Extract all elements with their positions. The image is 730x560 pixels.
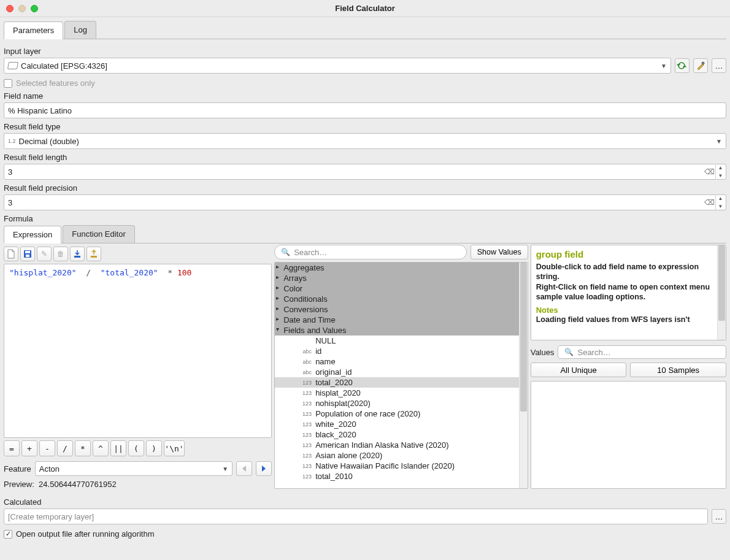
field-length-down[interactable]: ▼ bbox=[716, 172, 725, 180]
operator-toolbar: =+-/*^||()'\n' bbox=[4, 438, 272, 459]
tree-group[interactable]: Conditionals bbox=[275, 294, 519, 304]
advanced-options-button[interactable] bbox=[693, 58, 708, 73]
operator-button[interactable]: ) bbox=[146, 440, 162, 456]
field-type-tag: abc bbox=[299, 359, 312, 365]
field-name-text: original_id bbox=[315, 367, 352, 377]
tree-field-item[interactable]: 123Asian alone (2020) bbox=[275, 450, 519, 461]
field-type-combo[interactable]: 1.2 Decimal (double) ▼ bbox=[4, 133, 726, 149]
field-precision-down[interactable]: ▼ bbox=[716, 202, 725, 210]
help-scrollbar[interactable] bbox=[717, 245, 726, 340]
maximize-window-button[interactable] bbox=[31, 5, 38, 12]
close-window-button[interactable] bbox=[6, 5, 13, 12]
tree-group[interactable]: Arrays bbox=[275, 273, 519, 283]
tree-group[interactable]: Fields and Values bbox=[275, 325, 519, 336]
output-placeholder: [Create temporary layer] bbox=[8, 512, 94, 521]
delete-expression-button[interactable]: 🗑 bbox=[53, 247, 68, 261]
function-search-input[interactable]: 🔍 Search… bbox=[274, 245, 467, 259]
tab-function-editor[interactable]: Function Editor bbox=[63, 225, 134, 243]
values-list[interactable] bbox=[531, 381, 726, 489]
field-type-tag: 123 bbox=[299, 390, 312, 396]
tree-field-item[interactable]: 123hisplat_2020 bbox=[275, 388, 519, 398]
export-expression-button[interactable] bbox=[86, 247, 101, 261]
expression-editor[interactable]: "hisplat_2020" / "total_2020" * 100 bbox=[4, 264, 272, 438]
tree-field-item[interactable]: abcoriginal_id bbox=[275, 367, 519, 377]
iterate-button[interactable] bbox=[675, 58, 690, 73]
field-name-input[interactable]: % Hispanic Latino bbox=[4, 102, 726, 118]
field-type-value: Decimal (double) bbox=[19, 137, 79, 146]
svg-rect-5 bbox=[91, 256, 97, 258]
new-expression-button[interactable] bbox=[4, 247, 18, 261]
tree-field-item[interactable]: 123total_2010 bbox=[275, 471, 519, 481]
field-type-tag: abc bbox=[299, 348, 312, 355]
open-output-checkbox[interactable]: ✓ bbox=[4, 530, 12, 539]
tree-group[interactable]: Aggregates bbox=[275, 263, 519, 273]
output-path-input[interactable]: [Create temporary layer] bbox=[4, 508, 708, 524]
tree-group[interactable]: Date and Time bbox=[275, 315, 519, 325]
operator-button[interactable]: ( bbox=[128, 440, 144, 456]
tree-field-item[interactable]: 123American Indian Alaska Native (2020) bbox=[275, 440, 519, 450]
field-type-tag: 123 bbox=[299, 411, 312, 417]
operator-button[interactable]: / bbox=[57, 440, 73, 456]
tree-field-item[interactable]: abcid bbox=[275, 346, 519, 356]
browse-layer-button[interactable]: … bbox=[712, 58, 726, 73]
operator-button[interactable]: * bbox=[75, 440, 91, 456]
tree-group[interactable]: Color bbox=[275, 283, 519, 294]
tree-field-item[interactable]: 123nohisplat(2020) bbox=[275, 398, 519, 408]
field-length-up[interactable]: ▲ bbox=[716, 164, 725, 172]
field-name-text: total_2020 bbox=[315, 378, 353, 387]
minimize-window-button[interactable] bbox=[18, 5, 26, 12]
tab-log[interactable]: Log bbox=[64, 21, 96, 39]
operator-button[interactable]: ^ bbox=[93, 440, 109, 456]
input-layer-value: Calculated [EPSG:4326] bbox=[21, 61, 107, 71]
next-feature-button[interactable] bbox=[256, 461, 272, 476]
clear-length-icon[interactable]: ⌫ bbox=[704, 167, 713, 176]
function-tree[interactable]: AggregatesArraysColorConditionalsConvers… bbox=[274, 262, 528, 489]
tree-field-item[interactable]: abcname bbox=[275, 356, 519, 367]
input-layer-combo[interactable]: Calculated [EPSG:4326] ▼ bbox=[4, 58, 671, 74]
operator-button[interactable]: '\n' bbox=[164, 440, 185, 456]
tree-scrollbar[interactable] bbox=[519, 263, 528, 488]
field-name-value: % Hispanic Latino bbox=[8, 106, 72, 115]
ten-samples-button[interactable]: 10 Samples bbox=[630, 362, 726, 377]
values-search-input[interactable]: 🔍 Search… bbox=[558, 345, 726, 359]
tree-field-item[interactable]: 123total_2020 bbox=[275, 377, 519, 388]
feature-combo[interactable]: Acton ▼ bbox=[35, 461, 232, 476]
field-name-text: Native Hawaiian Pacific Islander (2020) bbox=[315, 461, 455, 470]
operator-button[interactable]: = bbox=[4, 440, 20, 456]
tree-field-item[interactable]: 123Native Hawaiian Pacific Islander (202… bbox=[275, 461, 519, 471]
browse-output-button[interactable]: … bbox=[712, 509, 726, 524]
tab-parameters[interactable]: Parameters bbox=[4, 21, 63, 39]
decimal-type-icon: 1.2 bbox=[8, 138, 16, 144]
prev-feature-button[interactable] bbox=[236, 461, 252, 476]
field-name-text: Population of one race (2020) bbox=[315, 409, 420, 418]
edit-expression-button[interactable]: ✎ bbox=[37, 247, 52, 261]
operator-button[interactable]: - bbox=[39, 440, 55, 456]
field-precision-up[interactable]: ▲ bbox=[716, 194, 725, 202]
operator-button[interactable]: + bbox=[21, 440, 37, 456]
tree-field-item[interactable]: 123Population of one race (2020) bbox=[275, 408, 519, 419]
formula-label: Formula bbox=[4, 210, 726, 225]
field-name-text: total_2010 bbox=[315, 472, 353, 481]
tree-field-item[interactable]: 123white_2020 bbox=[275, 419, 519, 429]
clear-precision-icon[interactable]: ⌫ bbox=[704, 198, 713, 207]
field-length-input[interactable]: 3 bbox=[4, 164, 726, 180]
tree-field-item[interactable]: NULL bbox=[275, 336, 519, 346]
search-icon: 🔍 bbox=[564, 348, 574, 356]
import-expression-button[interactable] bbox=[70, 247, 85, 261]
tab-expression[interactable]: Expression bbox=[4, 226, 61, 244]
tree-group[interactable]: Conversions bbox=[275, 304, 519, 315]
function-search-placeholder: Search… bbox=[294, 248, 327, 257]
save-expression-button[interactable] bbox=[20, 247, 35, 261]
all-unique-button[interactable]: All Unique bbox=[531, 362, 627, 377]
field-type-tag: 123 bbox=[299, 474, 312, 480]
open-output-label: Open output file after running algorithm bbox=[16, 529, 154, 539]
formula-tabs: Expression Function Editor bbox=[4, 225, 726, 244]
field-name-text: name bbox=[315, 357, 336, 366]
operator-button[interactable]: || bbox=[110, 440, 126, 456]
field-precision-input[interactable]: 3 bbox=[4, 194, 726, 210]
tree-field-item[interactable]: 123black_2020 bbox=[275, 429, 519, 440]
field-precision-label: Result field precision bbox=[4, 180, 726, 194]
show-values-button[interactable]: Show Values bbox=[471, 245, 528, 259]
help-body-1: Double-click to add field name to expres… bbox=[536, 262, 716, 282]
selected-features-checkbox bbox=[4, 79, 12, 88]
